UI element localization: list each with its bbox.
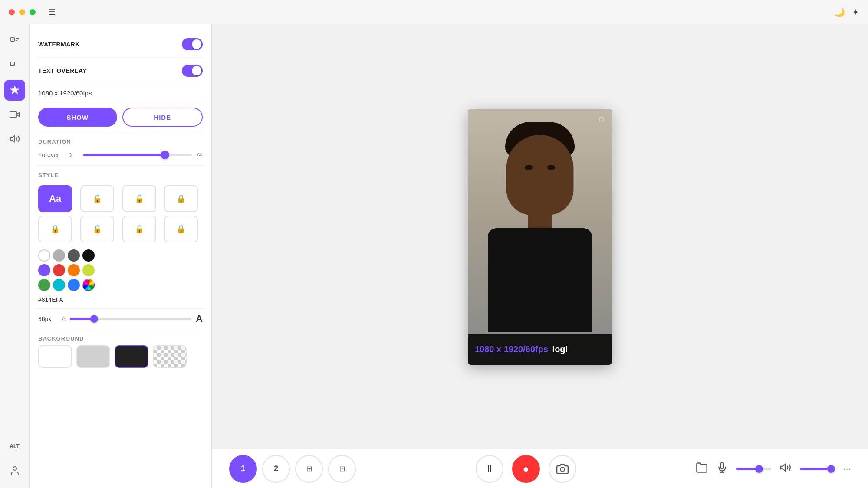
color-custom[interactable] <box>82 279 95 291</box>
speaker-button[interactable] <box>780 462 791 476</box>
color-orange[interactable] <box>68 264 80 276</box>
folder-icon <box>696 462 708 474</box>
sidebar-item-source1[interactable]: →1 <box>4 31 25 52</box>
moon-icon[interactable]: 🌙 <box>834 7 845 17</box>
view-btn-split-icon: ⊞ <box>306 465 312 473</box>
settings-icon[interactable]: ✦ <box>852 7 859 17</box>
bg-none[interactable] <box>38 345 72 368</box>
volume-slider-1[interactable] <box>736 468 771 470</box>
eye-left <box>525 165 533 170</box>
font-size-label: 36px <box>38 315 58 322</box>
view-btn-split[interactable]: ⊞ <box>295 455 323 483</box>
svg-marker-10 <box>781 464 785 471</box>
style-btn-3[interactable]: 🔒 <box>122 185 156 212</box>
watermark-label: WATERMARK <box>38 41 80 48</box>
screenshot-button[interactable] <box>549 455 576 483</box>
pause-icon: ⏸ <box>485 463 494 475</box>
view-btn-1-label: 1 <box>241 464 245 473</box>
color-purple[interactable] <box>38 264 50 276</box>
bg-light[interactable] <box>76 345 110 368</box>
font-size-big-icon: A <box>196 313 203 324</box>
duration-label: DURATION <box>36 132 204 148</box>
color-white[interactable] <box>38 249 50 262</box>
hide-button[interactable]: HIDE <box>122 108 203 127</box>
sidebar-item-alt[interactable]: ALT <box>4 436 25 457</box>
mic-button[interactable] <box>717 462 728 476</box>
speaker-icon <box>780 462 791 473</box>
volume-slider-2-wrap <box>800 468 835 470</box>
sidebar-item-audio[interactable] <box>4 128 25 149</box>
style-locked-icon-5: 🔒 <box>50 224 60 234</box>
view-btn-grid[interactable]: ⊡ <box>328 455 356 483</box>
color-light-gray[interactable] <box>53 249 65 262</box>
body <box>488 228 592 332</box>
resolution-text: 1080 x 1920/60fps <box>36 84 204 102</box>
screenshot-icon <box>556 463 569 475</box>
sidebar-item-effects[interactable] <box>4 80 25 101</box>
color-yellow[interactable] <box>82 264 95 276</box>
style-btn-4[interactable]: 🔒 <box>164 185 198 212</box>
view-btn-2[interactable]: 2 <box>262 455 290 483</box>
right-controls: ··· <box>696 462 851 476</box>
opacity-slider-thumb[interactable] <box>90 315 98 323</box>
folder-button[interactable] <box>696 462 708 476</box>
sidebar-item-camera[interactable] <box>4 104 25 125</box>
more-button[interactable]: ··· <box>843 464 851 474</box>
svg-point-6 <box>13 467 16 470</box>
opacity-slider[interactable] <box>70 318 191 320</box>
style-locked-icon-4: 🔒 <box>176 194 186 203</box>
traffic-light-green[interactable] <box>30 9 36 15</box>
view-btn-1[interactable]: 1 <box>229 455 257 483</box>
color-dark-gray[interactable] <box>68 249 80 262</box>
traffic-light-yellow[interactable] <box>19 9 25 15</box>
style-text-icon: Aa <box>49 193 61 204</box>
color-red[interactable] <box>53 264 65 276</box>
titlebar: ☰ 🌙 ✦ <box>0 0 868 24</box>
traffic-light-red[interactable] <box>9 9 15 15</box>
video-overlay-text: 1080 x 1920/60fps <box>475 344 551 354</box>
style-btn-2[interactable]: 🔒 <box>80 185 114 212</box>
show-hide-row: SHOW HIDE <box>36 102 204 132</box>
color-green[interactable] <box>38 279 50 291</box>
view-buttons: 1 2 ⊞ ⊡ <box>229 455 356 483</box>
hex-display[interactable]: #814EFA <box>36 295 204 309</box>
sidebar-item-account[interactable] <box>4 460 25 481</box>
opacity-label: A <box>62 316 66 322</box>
show-button[interactable]: SHOW <box>38 108 117 127</box>
video-area: 1080 x 1920/60fps logi <box>212 24 868 449</box>
volume-slider-2[interactable] <box>800 468 835 470</box>
color-teal[interactable] <box>53 279 65 291</box>
record-icon: ● <box>523 463 529 475</box>
style-btn-6[interactable]: 🔒 <box>80 216 114 242</box>
style-label: STYLE <box>36 166 204 182</box>
volume-slider-1-wrap <box>736 468 771 470</box>
style-locked-icon-7: 🔒 <box>135 224 144 234</box>
text-overlay-toggle[interactable] <box>182 65 203 77</box>
bg-dark[interactable] <box>115 345 148 368</box>
bg-checkered[interactable] <box>153 345 187 368</box>
sidebar-item-source2[interactable]: →2 <box>4 56 25 76</box>
volume-thumb-2[interactable] <box>827 465 835 473</box>
duration-row: Forever 2 ∞ <box>36 148 204 166</box>
menu-button[interactable]: ☰ <box>49 7 56 17</box>
color-black[interactable] <box>82 249 95 262</box>
duration-slider-thumb[interactable] <box>161 151 169 159</box>
pause-button[interactable]: ⏸ <box>476 455 503 483</box>
video-overlay-brand: logi <box>552 344 568 354</box>
style-btn-1[interactable]: Aa <box>38 185 72 212</box>
style-btn-5[interactable]: 🔒 <box>38 216 72 242</box>
volume-thumb-1[interactable] <box>755 465 763 473</box>
duration-slider[interactable] <box>83 154 192 156</box>
style-btn-7[interactable]: 🔒 <box>122 216 156 242</box>
record-button[interactable]: ● <box>512 455 540 483</box>
style-locked-icon-8: 🔒 <box>176 224 186 234</box>
video-container: 1080 x 1920/60fps logi <box>468 109 612 365</box>
eye-right <box>547 165 555 170</box>
watermark-toggle[interactable] <box>182 38 203 50</box>
style-btn-8[interactable]: 🔒 <box>164 216 198 242</box>
text-overlay-row: TEXT OVERLAY <box>36 58 204 84</box>
color-blue[interactable] <box>68 279 80 291</box>
color-grid <box>36 246 204 295</box>
titlebar-left: ☰ <box>9 7 56 17</box>
video-overlay-bar: 1080 x 1920/60fps logi <box>468 334 612 365</box>
